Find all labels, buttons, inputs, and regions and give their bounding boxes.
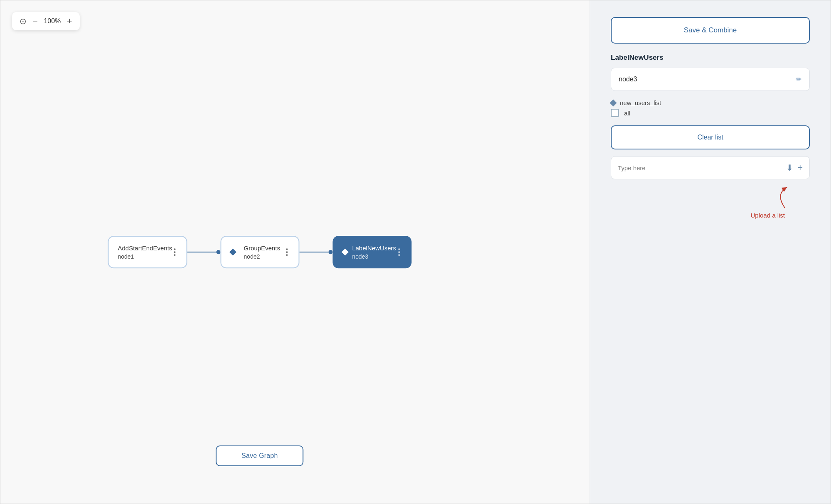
main-container: ⊙ − 100% + AddStartEndEvents node1 (0, 0, 831, 504)
type-input[interactable] (618, 164, 782, 171)
add-item-icon[interactable]: + (797, 162, 803, 173)
section-title: LabelNewUsers (611, 54, 810, 62)
menu-dot (286, 254, 288, 256)
diamond-row: new_users_list (611, 99, 810, 106)
node2-subtitle: node2 (244, 253, 280, 260)
upload-icon[interactable]: ⬇ (786, 163, 793, 173)
label-section: LabelNewUsers node3 ✏ new_users_list all… (611, 54, 810, 219)
connector-line (299, 252, 328, 252)
zoom-out-button[interactable]: − (32, 17, 38, 26)
node3-title: LabelNewUsers (352, 244, 396, 252)
canvas-area: ⊙ − 100% + AddStartEndEvents node1 (0, 0, 590, 504)
node-labelnewusers[interactable]: LabelNewUsers node3 (332, 236, 411, 268)
target-icon: ⊙ (20, 16, 27, 26)
node3-content: LabelNewUsers node3 (352, 244, 396, 260)
node2-icon-wrapper (230, 250, 239, 254)
node2-content: GroupEvents node2 (244, 244, 280, 260)
node1-subtitle: node1 (118, 253, 172, 260)
node3-menu[interactable] (396, 247, 401, 257)
zoom-controls: ⊙ − 100% + (12, 12, 80, 30)
type-input-row: ⬇ + (611, 156, 810, 179)
menu-dot (398, 254, 400, 256)
node3-diamond-icon (342, 249, 349, 256)
connector-1-2 (187, 250, 220, 254)
connector-dot (216, 250, 220, 254)
diamond-icon (610, 99, 617, 106)
menu-dot (398, 251, 400, 253)
save-graph-container: Save Graph (216, 445, 303, 466)
edit-icon[interactable]: ✏ (796, 75, 802, 84)
right-panel: Save & Combine LabelNewUsers node3 ✏ new… (590, 0, 831, 504)
menu-dot (174, 254, 175, 256)
clear-list-button[interactable]: Clear list (611, 125, 810, 149)
menu-dot (174, 248, 175, 250)
menu-dot (286, 248, 288, 250)
node-name-box: node3 ✏ (611, 68, 810, 91)
zoom-in-button[interactable]: + (67, 17, 72, 26)
all-label: all (624, 110, 630, 117)
node3-icon-wrapper (342, 250, 352, 254)
arrow-container: Upload a list (750, 185, 797, 219)
node-addstartendevents[interactable]: AddStartEndEvents node1 (108, 236, 187, 268)
node1-content: AddStartEndEvents node1 (118, 244, 172, 260)
menu-dot (398, 248, 400, 250)
node-groupevents[interactable]: GroupEvents node2 (220, 236, 299, 268)
connector-2-3 (299, 250, 332, 254)
menu-dot (286, 251, 288, 253)
zoom-value: 100% (44, 17, 61, 25)
graph-area: AddStartEndEvents node1 (108, 236, 411, 268)
upload-annotation: Upload a list (611, 185, 810, 219)
upload-label: Upload a list (750, 212, 785, 219)
save-combine-button[interactable]: Save & Combine (611, 17, 810, 44)
diamond-label: new_users_list (620, 99, 661, 106)
save-graph-button[interactable]: Save Graph (216, 445, 303, 466)
upload-arrow (752, 185, 793, 210)
node2-menu[interactable] (284, 247, 289, 257)
connector-line (187, 252, 216, 252)
connector-dot (328, 250, 332, 254)
node2-title: GroupEvents (244, 244, 280, 252)
menu-dot (174, 251, 175, 253)
node-name-value: node3 (619, 76, 637, 83)
node1-menu[interactable] (172, 247, 177, 257)
node1-title: AddStartEndEvents (118, 244, 172, 252)
node3-subtitle: node3 (352, 253, 396, 260)
node2-diamond-icon (229, 249, 236, 256)
all-checkbox[interactable] (611, 109, 619, 117)
checkbox-row: all (611, 109, 810, 117)
